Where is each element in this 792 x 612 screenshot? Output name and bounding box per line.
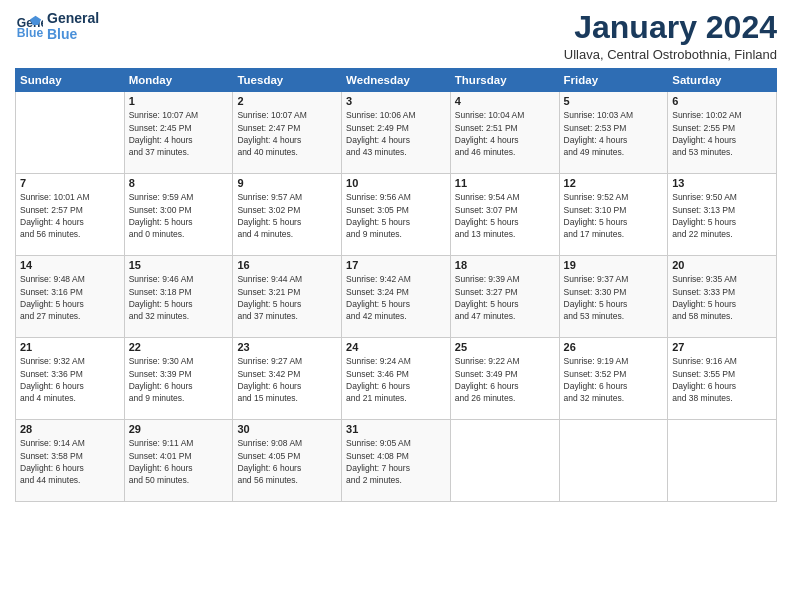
calendar-week-2: 7Sunrise: 10:01 AM Sunset: 2:57 PM Dayli… [16,174,777,256]
day-info: Sunrise: 9:30 AM Sunset: 3:39 PM Dayligh… [129,355,229,404]
day-number: 3 [346,95,446,107]
day-info: Sunrise: 9:05 AM Sunset: 4:08 PM Dayligh… [346,437,446,486]
day-info: Sunrise: 9:57 AM Sunset: 3:02 PM Dayligh… [237,191,337,240]
day-header-thursday: Thursday [450,69,559,92]
day-info: Sunrise: 9:59 AM Sunset: 3:00 PM Dayligh… [129,191,229,240]
calendar-week-4: 21Sunrise: 9:32 AM Sunset: 3:36 PM Dayli… [16,338,777,420]
day-info: Sunrise: 10:01 AM Sunset: 2:57 PM Daylig… [20,191,120,240]
calendar-cell: 3Sunrise: 10:06 AM Sunset: 2:49 PM Dayli… [342,92,451,174]
day-header-sunday: Sunday [16,69,125,92]
calendar-cell: 14Sunrise: 9:48 AM Sunset: 3:16 PM Dayli… [16,256,125,338]
calendar-cell: 21Sunrise: 9:32 AM Sunset: 3:36 PM Dayli… [16,338,125,420]
day-number: 24 [346,341,446,353]
logo: General Blue General Blue [15,10,99,42]
calendar-cell: 15Sunrise: 9:46 AM Sunset: 3:18 PM Dayli… [124,256,233,338]
day-info: Sunrise: 9:35 AM Sunset: 3:33 PM Dayligh… [672,273,772,322]
day-number: 27 [672,341,772,353]
calendar-cell: 22Sunrise: 9:30 AM Sunset: 3:39 PM Dayli… [124,338,233,420]
day-info: Sunrise: 9:46 AM Sunset: 3:18 PM Dayligh… [129,273,229,322]
day-header-wednesday: Wednesday [342,69,451,92]
calendar-cell: 26Sunrise: 9:19 AM Sunset: 3:52 PM Dayli… [559,338,668,420]
calendar-week-3: 14Sunrise: 9:48 AM Sunset: 3:16 PM Dayli… [16,256,777,338]
title-block: January 2024 Ullava, Central Ostrobothni… [564,10,777,62]
calendar-cell: 31Sunrise: 9:05 AM Sunset: 4:08 PM Dayli… [342,420,451,502]
calendar-cell: 12Sunrise: 9:52 AM Sunset: 3:10 PM Dayli… [559,174,668,256]
page: General Blue General Blue January 2024 U… [0,0,792,612]
calendar-cell: 6Sunrise: 10:02 AM Sunset: 2:55 PM Dayli… [668,92,777,174]
day-number: 23 [237,341,337,353]
calendar-cell: 16Sunrise: 9:44 AM Sunset: 3:21 PM Dayli… [233,256,342,338]
day-number: 7 [20,177,120,189]
day-number: 1 [129,95,229,107]
calendar-cell: 24Sunrise: 9:24 AM Sunset: 3:46 PM Dayli… [342,338,451,420]
calendar-cell: 17Sunrise: 9:42 AM Sunset: 3:24 PM Dayli… [342,256,451,338]
day-number: 12 [564,177,664,189]
day-info: Sunrise: 9:56 AM Sunset: 3:05 PM Dayligh… [346,191,446,240]
day-number: 13 [672,177,772,189]
calendar-cell: 5Sunrise: 10:03 AM Sunset: 2:53 PM Dayli… [559,92,668,174]
day-number: 9 [237,177,337,189]
calendar-cell [559,420,668,502]
calendar-table: SundayMondayTuesdayWednesdayThursdayFrid… [15,68,777,502]
day-info: Sunrise: 9:52 AM Sunset: 3:10 PM Dayligh… [564,191,664,240]
calendar-cell: 20Sunrise: 9:35 AM Sunset: 3:33 PM Dayli… [668,256,777,338]
day-number: 15 [129,259,229,271]
day-number: 6 [672,95,772,107]
calendar-cell: 27Sunrise: 9:16 AM Sunset: 3:55 PM Dayli… [668,338,777,420]
calendar-cell: 25Sunrise: 9:22 AM Sunset: 3:49 PM Dayli… [450,338,559,420]
day-header-monday: Monday [124,69,233,92]
day-info: Sunrise: 10:07 AM Sunset: 2:47 PM Daylig… [237,109,337,158]
calendar-week-1: 1Sunrise: 10:07 AM Sunset: 2:45 PM Dayli… [16,92,777,174]
day-info: Sunrise: 10:02 AM Sunset: 2:55 PM Daylig… [672,109,772,158]
calendar-cell: 7Sunrise: 10:01 AM Sunset: 2:57 PM Dayli… [16,174,125,256]
day-number: 14 [20,259,120,271]
day-number: 19 [564,259,664,271]
day-number: 31 [346,423,446,435]
day-number: 16 [237,259,337,271]
day-info: Sunrise: 10:07 AM Sunset: 2:45 PM Daylig… [129,109,229,158]
day-info: Sunrise: 10:03 AM Sunset: 2:53 PM Daylig… [564,109,664,158]
header: General Blue General Blue January 2024 U… [15,10,777,62]
calendar-week-5: 28Sunrise: 9:14 AM Sunset: 3:58 PM Dayli… [16,420,777,502]
logo-icon: General Blue [15,12,43,40]
day-number: 18 [455,259,555,271]
day-info: Sunrise: 9:16 AM Sunset: 3:55 PM Dayligh… [672,355,772,404]
day-header-friday: Friday [559,69,668,92]
day-info: Sunrise: 9:37 AM Sunset: 3:30 PM Dayligh… [564,273,664,322]
calendar-cell [668,420,777,502]
day-info: Sunrise: 9:19 AM Sunset: 3:52 PM Dayligh… [564,355,664,404]
calendar-cell: 23Sunrise: 9:27 AM Sunset: 3:42 PM Dayli… [233,338,342,420]
day-number: 17 [346,259,446,271]
calendar-cell: 11Sunrise: 9:54 AM Sunset: 3:07 PM Dayli… [450,174,559,256]
calendar-cell: 28Sunrise: 9:14 AM Sunset: 3:58 PM Dayli… [16,420,125,502]
day-number: 25 [455,341,555,353]
day-info: Sunrise: 10:04 AM Sunset: 2:51 PM Daylig… [455,109,555,158]
day-number: 11 [455,177,555,189]
logo-line2: Blue [47,26,99,42]
day-info: Sunrise: 9:39 AM Sunset: 3:27 PM Dayligh… [455,273,555,322]
calendar-cell [16,92,125,174]
day-info: Sunrise: 9:27 AM Sunset: 3:42 PM Dayligh… [237,355,337,404]
calendar-cell: 1Sunrise: 10:07 AM Sunset: 2:45 PM Dayli… [124,92,233,174]
day-number: 5 [564,95,664,107]
day-info: Sunrise: 9:50 AM Sunset: 3:13 PM Dayligh… [672,191,772,240]
day-number: 28 [20,423,120,435]
logo-line1: General [47,10,99,26]
day-info: Sunrise: 9:11 AM Sunset: 4:01 PM Dayligh… [129,437,229,486]
calendar-cell: 10Sunrise: 9:56 AM Sunset: 3:05 PM Dayli… [342,174,451,256]
day-info: Sunrise: 9:48 AM Sunset: 3:16 PM Dayligh… [20,273,120,322]
calendar-cell: 18Sunrise: 9:39 AM Sunset: 3:27 PM Dayli… [450,256,559,338]
location-subtitle: Ullava, Central Ostrobothnia, Finland [564,47,777,62]
calendar-cell: 30Sunrise: 9:08 AM Sunset: 4:05 PM Dayli… [233,420,342,502]
day-number: 30 [237,423,337,435]
calendar-cell: 19Sunrise: 9:37 AM Sunset: 3:30 PM Dayli… [559,256,668,338]
calendar-cell [450,420,559,502]
svg-text:Blue: Blue [17,26,43,40]
day-info: Sunrise: 9:22 AM Sunset: 3:49 PM Dayligh… [455,355,555,404]
day-number: 22 [129,341,229,353]
day-info: Sunrise: 9:32 AM Sunset: 3:36 PM Dayligh… [20,355,120,404]
day-number: 10 [346,177,446,189]
day-number: 2 [237,95,337,107]
calendar-cell: 2Sunrise: 10:07 AM Sunset: 2:47 PM Dayli… [233,92,342,174]
calendar-cell: 13Sunrise: 9:50 AM Sunset: 3:13 PM Dayli… [668,174,777,256]
